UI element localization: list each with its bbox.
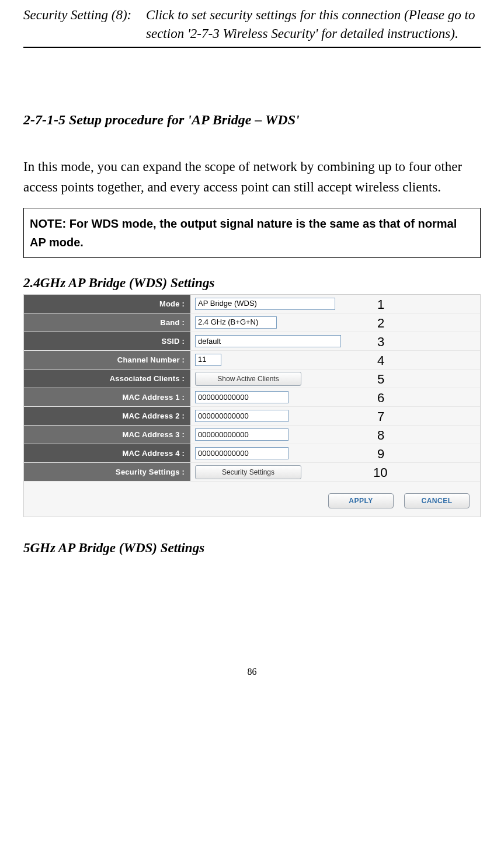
sub-heading-5ghz: 5GHz AP Bridge (WDS) Settings [23,541,481,556]
annotation-1: 1 [377,297,384,312]
note-box: NOTE: For WDS mode, the output signal na… [23,208,481,258]
row-security: Security Settings : Security Settings [24,463,480,482]
section-heading: 2-7-1-5 Setup procedure for 'AP Bridge –… [23,112,481,128]
row-assoc-clients: Associated Clients : Show Active Clients [24,369,480,388]
row-ssid: SSID : [24,332,480,351]
row-band: Band : 2.4 GHz (B+G+N) [24,313,480,332]
top-setting-desc: Click to set security settings for this … [146,6,481,43]
annotation-3: 3 [377,334,384,350]
select-mode[interactable]: AP Bridge (WDS) [195,298,335,310]
top-setting-row: Security Setting (8): Click to set secur… [23,6,481,48]
apply-button[interactable]: APPLY [328,493,394,508]
row-mac4: MAC Address 4 : [24,444,480,463]
label-mac4: MAC Address 4 : [24,444,190,462]
row-mac1: MAC Address 1 : [24,388,480,407]
row-mac3: MAC Address 3 : [24,426,480,444]
input-ssid[interactable] [195,335,341,347]
settings-panel: Mode : AP Bridge (WDS) Band : 2.4 GHz (B… [23,294,481,517]
annotation-7: 7 [377,409,384,424]
label-ssid: SSID : [24,332,190,350]
top-setting-label: Security Setting (8): [23,6,146,43]
annotation-2: 2 [377,316,384,331]
label-mode: Mode : [24,295,190,313]
label-mac3: MAC Address 3 : [24,426,190,444]
annotation-6: 6 [377,391,384,406]
intro-paragraph: In this mode, you can expand the scope o… [23,157,481,197]
annotation-5: 5 [377,372,384,387]
row-channel: Channel Number : 11 [24,351,480,369]
annotation-9: 9 [377,447,384,462]
cancel-button[interactable]: CANCEL [404,493,470,508]
page-number: 86 [23,667,481,677]
button-row: APPLY CANCEL [24,482,480,512]
security-settings-button[interactable]: Security Settings [195,465,301,479]
annotation-10: 10 [373,465,387,480]
label-security: Security Settings : [24,463,190,481]
select-band[interactable]: 2.4 GHz (B+G+N) [195,316,277,329]
annotation-8: 8 [377,428,384,443]
input-mac1[interactable] [195,391,289,403]
input-mac4[interactable] [195,447,289,459]
label-mac2: MAC Address 2 : [24,407,190,425]
annotation-4: 4 [377,353,384,368]
select-channel[interactable]: 11 [195,354,221,366]
input-mac2[interactable] [195,410,289,422]
sub-heading-24ghz: 2.4GHz AP Bridge (WDS) Settings [23,276,481,291]
label-band: Band : [24,313,190,332]
row-mac2: MAC Address 2 : [24,407,480,426]
show-active-clients-button[interactable]: Show Active Clients [195,372,301,386]
row-mode: Mode : AP Bridge (WDS) [24,295,480,313]
label-channel: Channel Number : [24,351,190,369]
label-mac1: MAC Address 1 : [24,388,190,406]
input-mac3[interactable] [195,428,289,441]
label-assoc-clients: Associated Clients : [24,369,190,388]
